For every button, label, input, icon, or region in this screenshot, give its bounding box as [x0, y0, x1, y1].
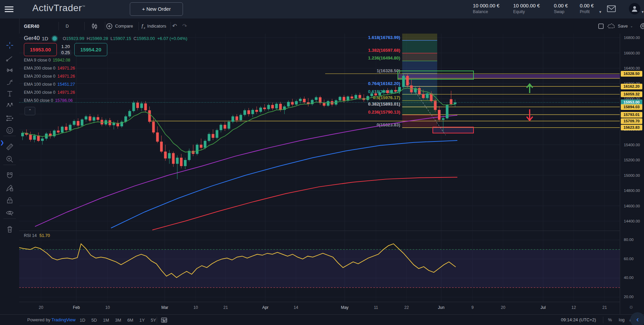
- price-tick-label: 14600.00: [624, 204, 640, 208]
- top-app-bar: ActivTrader™ + New Order 10 000.00 €Bala…: [0, 0, 644, 19]
- emoji-icon[interactable]: [6, 126, 14, 134]
- range-button-3m[interactable]: 3M: [112, 318, 124, 323]
- range-button-1d[interactable]: 1D: [77, 318, 88, 323]
- indicators-button[interactable]: ƒx Indicators: [141, 18, 166, 34]
- legend-symbol[interactable]: Ger40: [24, 35, 40, 42]
- rsi-tick-label: 80.00: [624, 238, 634, 242]
- text-icon[interactable]: [6, 90, 14, 98]
- svg-text:0.236(15790.13): 0.236(15790.13): [368, 110, 400, 115]
- price-axis[interactable]: 16800.0016600.0016400.0016200.0016000.00…: [620, 34, 644, 314]
- forecast-icon[interactable]: [6, 114, 14, 122]
- brush-icon[interactable]: [6, 78, 14, 86]
- layout-select-button[interactable]: [598, 18, 604, 34]
- gann-fib-icon[interactable]: [6, 66, 14, 74]
- go-to-date-icon[interactable]: [161, 317, 167, 324]
- compare-plus-icon: [106, 23, 113, 30]
- range-button-1m[interactable]: 1M: [100, 318, 112, 323]
- range-button-5y[interactable]: 5Y: [148, 318, 159, 323]
- zoom-in-icon[interactable]: [6, 155, 14, 163]
- interval-button[interactable]: D: [59, 18, 76, 34]
- ruler-icon[interactable]: [6, 143, 14, 151]
- legend-interval: 1D: [42, 36, 48, 41]
- avatar[interactable]: [629, 3, 640, 14]
- lock-all-icon[interactable]: [6, 196, 14, 204]
- svg-text:1.236(16494.80): 1.236(16494.80): [368, 55, 400, 60]
- supply-zone-box[interactable]: [398, 71, 473, 79]
- indicator-row[interactable]: EMA 200 close 014971.26: [24, 74, 75, 82]
- time-tick-label: 21: [602, 305, 607, 310]
- trend-line-icon[interactable]: [6, 54, 14, 63]
- expand-panel-chevron-icon[interactable]: ❯: [0, 139, 4, 146]
- save-caret-icon: ⌄: [630, 24, 633, 28]
- symbol-button[interactable]: GER40: [24, 18, 59, 34]
- balance-stat: 10 000.00 €Balance: [473, 3, 499, 14]
- chart-properties-sun-icon[interactable]: ☼: [629, 303, 634, 310]
- rsi-tick-label: 60.00: [624, 257, 634, 261]
- candlestick-style-icon[interactable]: [85, 18, 104, 34]
- percent-scale-button[interactable]: %: [608, 317, 612, 322]
- profit-caret-icon[interactable]: ▼: [599, 10, 602, 14]
- collapse-panel-circle-button[interactable]: ‹: [630, 312, 644, 325]
- buy-button[interactable]: 15954.20: [74, 43, 107, 56]
- grid: [19, 34, 620, 231]
- xabcd-pattern-icon[interactable]: [6, 101, 14, 110]
- time-tick-label: Jun: [438, 305, 444, 310]
- ema-50-line: [35, 115, 457, 227]
- drawing-lock-icon[interactable]: [6, 184, 14, 192]
- crosshair-icon[interactable]: [6, 41, 14, 49]
- save-button[interactable]: Save ⌄: [607, 18, 633, 34]
- indicator-row[interactable]: EMA 200 close 014971.26: [24, 90, 75, 98]
- new-order-button[interactable]: + New Order: [130, 2, 183, 16]
- avatar-caret-icon[interactable]: ▼: [641, 10, 644, 14]
- range-button-6m[interactable]: 6M: [124, 318, 136, 323]
- up-arrow[interactable]: [527, 84, 533, 93]
- tradingview-link[interactable]: TradingView: [51, 317, 76, 322]
- ema-200-line: [152, 177, 457, 230]
- range-buttons: 1D5D1M3M6M1Y5YAll: [77, 315, 170, 325]
- indicator-row[interactable]: EMA 9 close 015942.08: [24, 58, 75, 66]
- powered-by: Powered by TradingView: [27, 317, 76, 322]
- time-tick-label: Feb: [73, 305, 80, 310]
- indicator-row[interactable]: EMA 50 close 015786.06: [24, 98, 75, 106]
- trash-icon[interactable]: [6, 225, 14, 233]
- indicator-row[interactable]: EMA 100 close 015451.27: [24, 82, 75, 90]
- time-tick-label: 14: [294, 305, 298, 310]
- price-chart-pane[interactable]: 1.618(16763.99)1.382(16597.68)1.236(1649…: [19, 34, 620, 231]
- swap-stat: 0.00 €Swap: [554, 3, 568, 14]
- price-tick-label: 15400.00: [624, 143, 640, 147]
- indicator-row[interactable]: EMA 200 close 014971.26: [24, 66, 75, 74]
- price-tick-label: 15000.00: [624, 173, 640, 177]
- collapse-indicators-button[interactable]: ⌃: [25, 107, 35, 115]
- magnet-icon[interactable]: [6, 172, 14, 180]
- time-tick-label: Mar: [161, 305, 168, 310]
- compare-button[interactable]: Compare: [106, 18, 133, 34]
- clock[interactable]: 09:14:24 (UTC+2): [561, 317, 596, 322]
- spread-high: 1.20: [57, 44, 74, 49]
- log-scale-button[interactable]: log: [619, 317, 624, 322]
- market-status-dot[interactable]: [51, 35, 58, 42]
- ema-100-line: [111, 140, 457, 228]
- cloud-icon: [607, 23, 616, 29]
- spread-low: 0.25: [60, 50, 71, 55]
- divider: [3, 165, 16, 165]
- svg-text:0.5(15976.17): 0.5(15976.17): [373, 95, 400, 100]
- range-button-1y[interactable]: 1Y: [136, 318, 148, 323]
- price-tick-label: 14400.00: [624, 219, 640, 223]
- menu-icon[interactable]: [5, 5, 13, 12]
- gear-icon[interactable]: [640, 18, 644, 34]
- time-tick-label: 21: [223, 305, 228, 310]
- rsi-tick-label: 40.00: [624, 276, 634, 280]
- change-value: +6.07 (+0.04%): [157, 36, 188, 41]
- demand-zone-box[interactable]: [433, 127, 473, 133]
- sell-button[interactable]: 15953.00: [24, 43, 57, 56]
- undo-button[interactable]: ↶: [172, 18, 177, 34]
- mail-icon[interactable]: [607, 5, 616, 14]
- rsi-pane[interactable]: [19, 231, 620, 302]
- range-button-5d[interactable]: 5D: [88, 318, 100, 323]
- redo-button[interactable]: ↷: [182, 18, 187, 34]
- profit-stat: 0.00 €Profit: [580, 3, 594, 14]
- hide-all-icon[interactable]: [6, 209, 14, 217]
- bottom-toolbar: Powered by TradingView 1D5D1M3M6M1Y5YAll…: [0, 314, 644, 325]
- rsi-legend[interactable]: RSI 1451.70: [24, 233, 50, 238]
- time-axis[interactable]: 20Feb10Mar1021Apr14May1122Jun920Jul1221: [19, 302, 620, 315]
